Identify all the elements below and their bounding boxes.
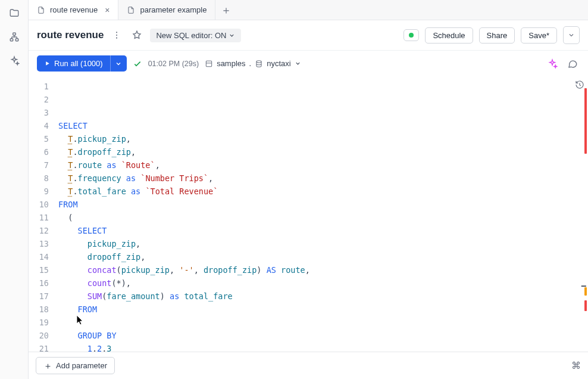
code-line[interactable]: 1,2,3 (58, 342, 588, 352)
code-area[interactable]: – SELECT T.pickup_zip, T.dropoff_zip, T.… (55, 76, 588, 352)
code-line[interactable]: SUM(fare_amount) as total_fare (58, 290, 588, 303)
svg-rect-1 (10, 39, 13, 41)
svg-point-4 (116, 35, 117, 36)
code-line[interactable]: FROM (58, 198, 588, 211)
close-icon[interactable]: × (105, 5, 110, 15)
save-button[interactable]: Save* (521, 27, 557, 44)
overview-ruler: – (582, 76, 588, 352)
schedule-button[interactable]: Schedule (425, 27, 473, 44)
code-line[interactable]: GROUP BY (58, 329, 588, 342)
editor-mode-chip[interactable]: New SQL editor: ON (150, 29, 241, 42)
line-number: 13 (29, 237, 49, 250)
tab-parameter-example[interactable]: parameter example (118, 0, 215, 20)
save-more-button[interactable] (563, 26, 580, 44)
code-line[interactable]: FROM (58, 303, 588, 316)
code-line[interactable]: T.route as `Route`, (58, 159, 588, 172)
chevron-down-icon (568, 32, 575, 39)
sparkle-icon[interactable] (8, 55, 20, 67)
tab-label: parameter example (140, 5, 207, 14)
code-line[interactable] (58, 316, 588, 329)
code-line[interactable]: T.frequency as `Number Trips`, (58, 172, 588, 185)
chevron-down-icon (295, 60, 301, 67)
line-number: 5 (29, 132, 49, 145)
line-number: 15 (29, 263, 49, 277)
code-line[interactable]: ( (58, 211, 588, 224)
line-number: 17 (29, 290, 49, 303)
code-line[interactable]: SELECT (58, 224, 588, 237)
line-number: 6 (29, 145, 49, 159)
editor-mode-label: New SQL editor: ON (156, 31, 226, 40)
schema-icon[interactable] (8, 31, 20, 43)
tab-label: route revenue (50, 5, 98, 14)
left-rail (0, 0, 29, 379)
svg-rect-6 (206, 61, 211, 66)
code-line[interactable]: T.pickup_zip, (58, 132, 588, 145)
status-dot-icon (409, 33, 414, 38)
code-line[interactable]: count(*), (58, 277, 588, 290)
svg-point-7 (257, 60, 261, 63)
toolbar: Run all (1000) 01:02 PM (29s) samples . … (29, 51, 588, 76)
page-title: route revenue (37, 29, 104, 41)
line-number: 3 (29, 106, 49, 119)
share-button[interactable]: Share (479, 27, 515, 44)
code-line[interactable]: SELECT (58, 119, 588, 132)
run-more-button[interactable] (110, 55, 127, 72)
code-line[interactable]: T.dropoff_zip, (58, 145, 588, 159)
folder-icon[interactable] (8, 7, 20, 19)
line-gutter: 123456789101112131415161718192021 (29, 76, 55, 352)
run-timestamp: 01:02 PM (29s) (148, 60, 199, 68)
line-number: 10 (29, 198, 49, 211)
line-number: 2 (29, 93, 49, 106)
catalog-icon (205, 60, 213, 68)
sql-file-icon (127, 6, 135, 14)
new-tab-button[interactable]: ＋ (215, 0, 237, 20)
schema-icon (255, 60, 263, 68)
kebab-menu-icon[interactable] (110, 28, 124, 42)
line-number: 21 (29, 342, 49, 355)
run-group: Run all (1000) (37, 55, 127, 72)
comment-icon[interactable] (565, 57, 580, 71)
line-number: 16 (29, 277, 49, 290)
plus-icon: ＋ (43, 361, 52, 370)
code-line[interactable]: pickup_zip, (58, 237, 588, 250)
line-number: 7 (29, 159, 49, 172)
svg-rect-2 (15, 39, 18, 41)
line-number: 8 (29, 172, 49, 185)
ai-assist-icon[interactable] (545, 57, 559, 71)
play-icon (44, 60, 51, 67)
run-all-button[interactable]: Run all (1000) (37, 55, 110, 72)
star-icon[interactable] (130, 28, 144, 42)
keyboard-shortcuts-icon[interactable]: ⌘ (571, 360, 581, 371)
line-number: 12 (29, 224, 49, 237)
sql-file-icon (37, 6, 45, 14)
line-number: 11 (29, 211, 49, 224)
header: route revenue New SQL editor: ON Schedul… (29, 20, 588, 51)
svg-point-5 (116, 38, 117, 39)
svg-rect-0 (12, 33, 15, 35)
add-parameter-button[interactable]: ＋ Add parameter (36, 357, 115, 374)
code-editor[interactable]: 123456789101112131415161718192021 – SELE… (29, 76, 588, 352)
chevron-down-icon (229, 32, 235, 39)
line-number: 14 (29, 250, 49, 263)
catalog-picker[interactable]: samples . nyctaxi (205, 59, 301, 68)
line-number: 18 (29, 303, 49, 316)
code-line[interactable]: T.total_fare as `Total Revenue` (58, 185, 588, 198)
tab-route-revenue[interactable]: route revenue × (29, 0, 118, 20)
check-icon (133, 59, 142, 69)
svg-point-3 (116, 32, 117, 33)
tabstrip: route revenue × parameter example ＋ (29, 0, 588, 20)
footer: ＋ Add parameter ⌘ (29, 352, 588, 379)
line-number: 4 (29, 119, 49, 132)
line-number: 19 (29, 316, 49, 329)
line-number: 9 (29, 185, 49, 198)
line-number: 1 (29, 80, 49, 93)
chevron-down-icon (115, 60, 122, 67)
status-indicator[interactable] (404, 29, 419, 41)
code-line[interactable]: dropoff_zip, (58, 250, 588, 263)
line-number: 20 (29, 329, 49, 342)
code-line[interactable]: concat(pickup_zip, '-', dropoff_zip) AS … (58, 263, 588, 277)
